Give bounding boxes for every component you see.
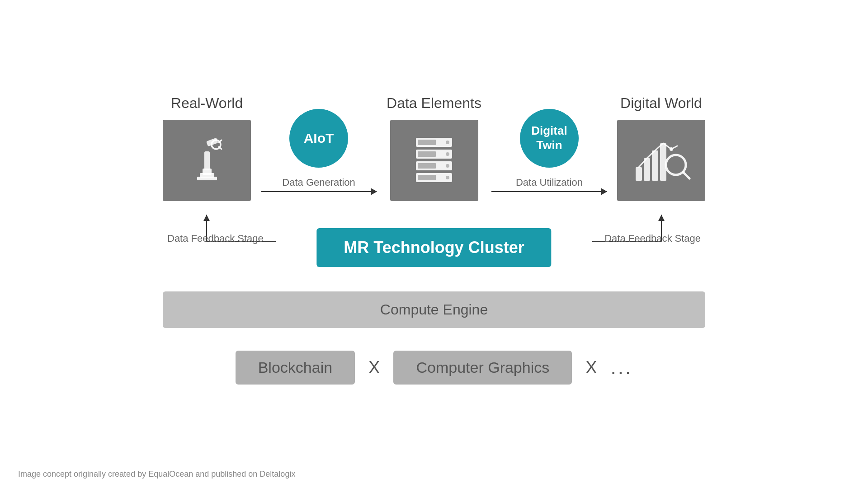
real-world-box	[163, 120, 251, 201]
data-elements-label: Data Elements	[387, 95, 481, 112]
computer-graphics-box: Computer Graphics	[393, 351, 572, 385]
blockchain-box: Blockchain	[236, 351, 355, 385]
digital-world-label: Digital World	[620, 95, 702, 112]
svg-rect-1	[197, 177, 217, 180]
separator-1: X	[368, 358, 380, 377]
svg-marker-27	[203, 215, 210, 221]
data-utilization-arrow: Data Utilization	[481, 177, 617, 192]
ellipsis: ...	[611, 356, 633, 379]
footer: Image concept originally created by Equa…	[18, 469, 295, 479]
blockchain-label: Blockchain	[258, 359, 332, 376]
feedback-right-label: Data Feedback Stage	[604, 233, 701, 244]
connector-digital-twin: Digital Twin Data Utilization	[481, 109, 617, 197]
svg-point-22	[670, 147, 673, 151]
robot-icon	[180, 133, 234, 188]
feedback-left-label: Data Feedback Stage	[167, 233, 264, 244]
digital-twin-badge: Digital Twin	[520, 109, 579, 168]
svg-point-8	[446, 141, 449, 144]
data-generation-arrow: Data Generation	[251, 177, 387, 192]
data-utilization-label: Data Utilization	[516, 177, 583, 188]
separator-2: X	[585, 358, 597, 377]
svg-marker-30	[658, 215, 665, 221]
arrow-line-2	[491, 191, 607, 192]
svg-rect-13	[418, 163, 436, 169]
svg-line-24	[683, 172, 689, 178]
compute-engine-box: Compute Engine	[163, 291, 705, 328]
compute-engine-row: Compute Engine	[163, 291, 705, 328]
feedback-section: Data Feedback Stage MR Technology Cluste…	[163, 215, 705, 269]
data-elements-box	[390, 120, 478, 201]
svg-rect-7	[418, 140, 436, 145]
server-icon	[411, 133, 457, 188]
top-nodes-row: Real-World	[163, 95, 705, 201]
digital-world-node: Digital World	[617, 95, 705, 201]
digital-world-box	[617, 120, 705, 201]
mr-cluster-box: MR Technology Cluster	[316, 228, 551, 267]
svg-rect-16	[418, 175, 436, 180]
main-container: Real-World	[0, 0, 868, 488]
svg-point-14	[446, 164, 449, 168]
arrow-line-1	[261, 191, 377, 192]
svg-point-17	[446, 176, 449, 179]
data-elements-node: Data Elements	[387, 95, 481, 201]
svg-rect-20	[652, 150, 658, 181]
real-world-label: Real-World	[171, 95, 243, 112]
aiot-badge: AIoT	[289, 109, 348, 168]
footer-text: Image concept originally created by Equa…	[18, 469, 295, 479]
data-generation-label: Data Generation	[282, 177, 355, 188]
tech-row: Blockchain X Computer Graphics X ...	[163, 351, 705, 385]
diagram-wrapper: Real-World	[163, 95, 705, 385]
analytics-icon	[632, 133, 691, 188]
computer-graphics-label: Computer Graphics	[416, 359, 549, 376]
connector-aiot: AIoT Data Generation	[251, 109, 387, 197]
mr-cluster-label: MR Technology Cluster	[316, 228, 551, 267]
real-world-node: Real-World	[163, 95, 251, 201]
svg-rect-3	[204, 151, 210, 170]
compute-engine-label: Compute Engine	[380, 301, 488, 318]
svg-rect-18	[636, 167, 642, 181]
svg-rect-10	[418, 151, 436, 157]
svg-point-11	[446, 152, 449, 156]
